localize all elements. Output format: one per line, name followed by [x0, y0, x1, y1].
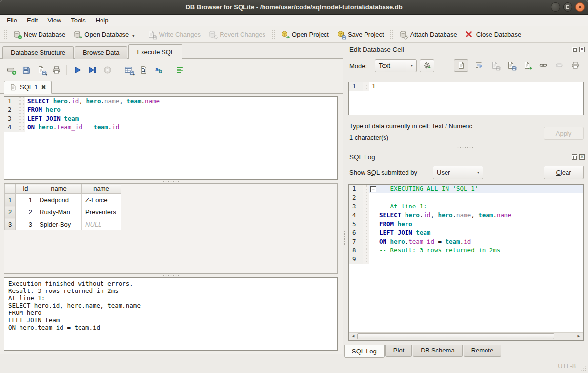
save-sql-file-button[interactable]: ▾ [35, 64, 47, 76]
apply-data-icon [523, 62, 531, 70]
log-horizontal-scrollbar[interactable]: ◀ ▶ [349, 332, 583, 340]
results-cell[interactable]: Rusty-Man [36, 206, 82, 218]
encoding-indicator[interactable]: UTF-8 [558, 362, 576, 370]
open-sql-file-button[interactable] [20, 64, 32, 76]
results-column-header[interactable]: name [82, 184, 121, 194]
results-message-splitter[interactable] [0, 274, 343, 277]
sql-doc-tab[interactable]: SQL 1 ✖ [4, 81, 52, 94]
results-row: 22Rusty-ManPreventers [5, 206, 121, 218]
results-row-header[interactable]: 3 [5, 218, 16, 230]
sql-log-dock-buttons: ✕ [572, 154, 585, 160]
edit-cell-title: Edit Database Cell [349, 46, 404, 53]
float-panel-icon[interactable] [572, 47, 577, 52]
open-project-button[interactable]: Open Project [277, 28, 333, 41]
find-replace-button[interactable] [138, 64, 149, 76]
word-wrap-button[interactable] [473, 59, 485, 72]
save-results-button[interactable]: ▾ [122, 64, 134, 76]
close-database-button[interactable]: Close Database [461, 28, 526, 41]
scrollbar-thumb[interactable] [357, 333, 554, 339]
print-cell-button[interactable] [569, 59, 581, 72]
revert-changes-button[interactable]: Revert Changes [204, 28, 269, 41]
write-changes-button[interactable]: Write Changes [143, 28, 204, 41]
vertical-splitter-handle[interactable] [344, 230, 345, 245]
scroll-left-icon[interactable]: ◀ [349, 333, 357, 340]
fold-margin [19, 123, 25, 132]
resize-grip[interactable] [580, 365, 587, 372]
sql-log-view[interactable]: ◀ ▶ 1-- EXECUTING ALL IN 'SQL 1'2--3-- A… [348, 184, 584, 341]
tab-database-structure[interactable]: Database Structure [2, 46, 74, 59]
results-cell[interactable]: 2 [16, 206, 36, 218]
menu-edit[interactable]: Edit [22, 15, 42, 25]
fold-marker-icon[interactable] [369, 185, 377, 193]
toolbar-drag-handle[interactable] [271, 29, 275, 40]
execute-all-button[interactable] [71, 64, 83, 76]
auto-format-button[interactable] [153, 64, 164, 76]
code-text: SELECT hero.id, hero.name, team.name [25, 97, 160, 105]
scroll-right-icon[interactable]: ▶ [575, 333, 583, 340]
mode-select[interactable]: Text ▾ [375, 59, 417, 72]
close-button[interactable]: × [575, 2, 585, 12]
results-row-header[interactable]: 1 [5, 194, 16, 206]
tab-remote[interactable]: Remote [464, 345, 502, 357]
apply-button[interactable]: Apply [544, 127, 584, 140]
close-panel-icon[interactable]: ✕ [579, 47, 585, 52]
tab-plot[interactable]: Plot [385, 345, 412, 357]
close-sql-tab-icon[interactable]: ✖ [41, 84, 46, 90]
results-column-header[interactable]: name [36, 184, 82, 194]
results-cell[interactable]: Deadpond [36, 194, 82, 206]
save-results-dropdown-icon[interactable]: ▾ [133, 73, 135, 77]
dock-splitter[interactable] [343, 145, 588, 149]
results-cell[interactable]: 3 [16, 218, 36, 230]
minimize-button[interactable]: − [551, 2, 560, 12]
results-cell[interactable]: Spider-Boy [36, 218, 82, 230]
tab-sql-log[interactable]: SQL Log [344, 345, 385, 358]
results-cell[interactable]: NULL [82, 218, 121, 230]
toolbar-drag-handle[interactable] [3, 29, 7, 40]
new-sql-tab-button[interactable] [5, 64, 17, 76]
log-filter-select[interactable]: User ▾ [433, 166, 483, 179]
save-as-button[interactable] [505, 59, 517, 72]
save-project-button[interactable]: Save Project [333, 28, 388, 41]
text-mode-button[interactable] [454, 59, 468, 72]
print-sql-button[interactable] [50, 64, 62, 76]
execute-sql-panel: ▾ ▾ SQL 1 ✖ 1SELECT hero.id, hero.name, … [0, 58, 343, 354]
results-corner[interactable] [5, 184, 16, 194]
execute-current-line-button[interactable] [86, 64, 98, 76]
results-cell[interactable]: Preventers [82, 206, 121, 218]
apply-data-button[interactable] [521, 59, 533, 72]
results-column-header[interactable]: id [16, 184, 36, 194]
clear-log-button[interactable]: Clear [544, 166, 584, 179]
menu-view[interactable]: View [42, 15, 66, 25]
line-number: 2 [4, 105, 19, 114]
new-database-button[interactable]: New Database [9, 28, 69, 41]
set-null-button[interactable] [553, 59, 565, 72]
auto-apply-button[interactable] [420, 59, 434, 72]
tab-db-schema[interactable]: DB Schema [413, 345, 462, 357]
menu-tools[interactable]: Tools [66, 15, 90, 25]
tab-execute-sql[interactable]: Execute SQL [128, 44, 182, 59]
code-text: ON hero.team_id = team.id [377, 237, 471, 246]
results-row: 33Spider-BoyNULL [5, 218, 121, 230]
title-bar[interactable]: DB Browser for SQLite - /home/user/code/… [0, 0, 588, 15]
results-cell[interactable]: 1 [16, 194, 36, 206]
menu-file[interactable]: File [2, 15, 22, 25]
tab-browse-data[interactable]: Browse Data [75, 46, 127, 59]
attach-database-button[interactable]: Attach Database [395, 28, 461, 41]
float-panel-icon[interactable] [572, 154, 577, 160]
open-database-button[interactable]: Open Database ▾ [69, 28, 138, 41]
results-cell[interactable]: Z-Force [82, 194, 121, 206]
save-sql-dropdown-icon[interactable]: ▾ [45, 73, 47, 77]
close-panel-icon[interactable]: ✕ [579, 154, 585, 160]
sql-editor[interactable]: 1SELECT hero.id, hero.name, team.name2FR… [4, 96, 338, 180]
maximize-button[interactable] [563, 2, 572, 12]
cell-value-editor[interactable]: 11 [348, 82, 584, 115]
menu-help[interactable]: Help [91, 15, 114, 25]
toggle-comment-button[interactable] [174, 64, 185, 76]
import-from-file-button[interactable] [489, 59, 501, 72]
open-database-dropdown-icon[interactable]: ▾ [132, 34, 134, 38]
stop-execution-button[interactable] [101, 64, 113, 76]
results-row-header[interactable]: 2 [5, 206, 16, 218]
toolbar-drag-handle[interactable] [390, 29, 393, 40]
editor-results-splitter[interactable] [0, 180, 343, 183]
link-data-button[interactable] [537, 59, 549, 72]
